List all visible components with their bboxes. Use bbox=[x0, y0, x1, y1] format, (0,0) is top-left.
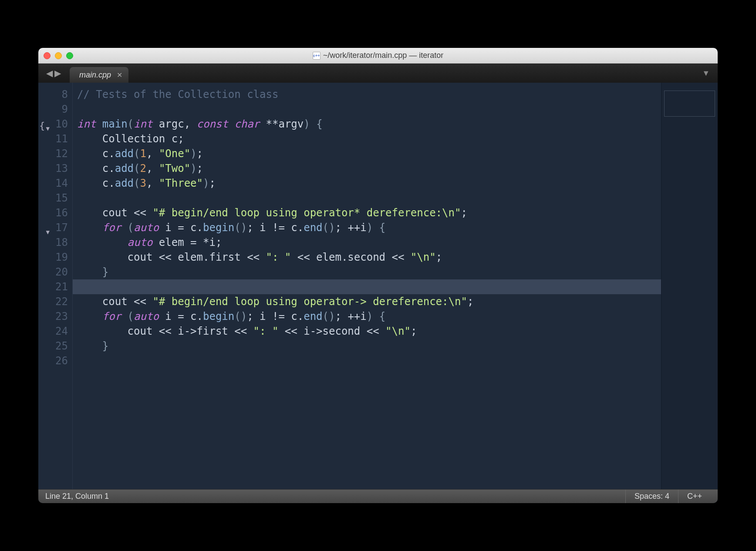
code-line[interactable] bbox=[73, 191, 661, 205]
line-number[interactable]: 16 bbox=[38, 205, 72, 220]
line-number[interactable]: 8 bbox=[38, 87, 72, 102]
tab-main-cpp[interactable]: main.cpp ✕ bbox=[70, 67, 128, 83]
line-number[interactable]: 20 bbox=[38, 265, 72, 279]
code-line[interactable]: } bbox=[73, 265, 661, 279]
titlebar: c++ ~/work/iterator/main.cpp — iterator bbox=[38, 48, 718, 64]
tabbar: ◀ ▶ main.cpp ✕ ▼ bbox=[38, 64, 718, 83]
code-line[interactable]: for (auto i = c.begin(); i != c.end(); +… bbox=[73, 309, 661, 324]
code-line[interactable]: cout << elem.first << ": " << elem.secon… bbox=[73, 250, 661, 265]
editor-window: c++ ~/work/iterator/main.cpp — iterator … bbox=[38, 48, 718, 503]
code-line[interactable]: Collection c; bbox=[73, 131, 661, 146]
code-line[interactable]: auto elem = *i; bbox=[73, 235, 661, 250]
statusbar: Line 21, Column 1 Spaces: 4 C++ bbox=[38, 489, 718, 503]
line-gutter[interactable]: 8910▼{11121314151617▼181920212223242526 bbox=[38, 83, 72, 489]
line-number[interactable]: 17▼ bbox=[38, 220, 72, 235]
code-line[interactable] bbox=[73, 279, 661, 294]
line-number[interactable]: 24 bbox=[38, 324, 72, 339]
tab-close-icon[interactable]: ✕ bbox=[117, 71, 122, 79]
line-number[interactable]: 12 bbox=[38, 146, 72, 161]
tab-menu-icon[interactable]: ▼ bbox=[702, 69, 710, 78]
code-line[interactable]: } bbox=[73, 339, 661, 353]
code-line[interactable]: c.add(3, "Three"); bbox=[73, 176, 661, 191]
code-editor[interactable]: // Tests of the Collection class int mai… bbox=[72, 83, 661, 489]
nav-back-icon[interactable]: ◀ bbox=[46, 68, 53, 78]
code-line[interactable]: int main(int argc, const char **argv) { bbox=[73, 117, 661, 131]
line-number[interactable]: 21 bbox=[38, 279, 72, 294]
code-line[interactable] bbox=[73, 102, 661, 117]
line-number[interactable]: 22 bbox=[38, 294, 72, 309]
minimize-icon[interactable] bbox=[55, 52, 62, 59]
minimap-viewport[interactable] bbox=[664, 91, 715, 117]
code-line[interactable] bbox=[73, 353, 661, 368]
window-title: c++ ~/work/iterator/main.cpp — iterator bbox=[38, 51, 718, 60]
code-line[interactable]: cout << "# begin/end loop using operator… bbox=[73, 294, 661, 309]
editor-area: 8910▼{11121314151617▼181920212223242526 … bbox=[38, 83, 718, 489]
line-number[interactable]: 9 bbox=[38, 102, 72, 117]
cpp-file-icon: c++ bbox=[313, 52, 321, 60]
line-number[interactable]: 10▼{ bbox=[38, 117, 72, 131]
line-number[interactable]: 14 bbox=[38, 176, 72, 191]
line-number[interactable]: 19 bbox=[38, 250, 72, 265]
code-line[interactable]: for (auto i = c.begin(); i != c.end(); +… bbox=[73, 220, 661, 235]
traffic-lights bbox=[44, 52, 73, 59]
line-number[interactable]: 26 bbox=[38, 353, 72, 368]
code-line[interactable]: c.add(1, "One"); bbox=[73, 146, 661, 161]
close-icon[interactable] bbox=[44, 52, 51, 59]
code-line[interactable]: cout << i->first << ": " << i->second <<… bbox=[73, 324, 661, 339]
code-line[interactable]: cout << "# begin/end loop using operator… bbox=[73, 205, 661, 220]
maximize-icon[interactable] bbox=[66, 52, 73, 59]
line-number[interactable]: 11 bbox=[38, 131, 72, 146]
line-number[interactable]: 18 bbox=[38, 235, 72, 250]
brace-indicator-icon: { bbox=[39, 118, 45, 133]
line-number[interactable]: 15 bbox=[38, 191, 72, 205]
line-number[interactable]: 13 bbox=[38, 161, 72, 176]
tab-label: main.cpp bbox=[79, 71, 111, 80]
minimap[interactable] bbox=[661, 83, 718, 489]
nav-forward-icon[interactable]: ▶ bbox=[54, 68, 61, 78]
window-title-text: ~/work/iterator/main.cpp — iterator bbox=[323, 51, 444, 60]
nav-arrows: ◀ ▶ bbox=[42, 64, 65, 83]
line-number[interactable]: 23 bbox=[38, 309, 72, 324]
status-spaces[interactable]: Spaces: 4 bbox=[625, 490, 678, 503]
status-position[interactable]: Line 21, Column 1 bbox=[45, 492, 109, 501]
status-syntax[interactable]: C++ bbox=[678, 490, 711, 503]
line-number[interactable]: 25 bbox=[38, 339, 72, 353]
code-line[interactable]: c.add(2, "Two"); bbox=[73, 161, 661, 176]
code-line[interactable]: // Tests of the Collection class bbox=[73, 87, 661, 102]
